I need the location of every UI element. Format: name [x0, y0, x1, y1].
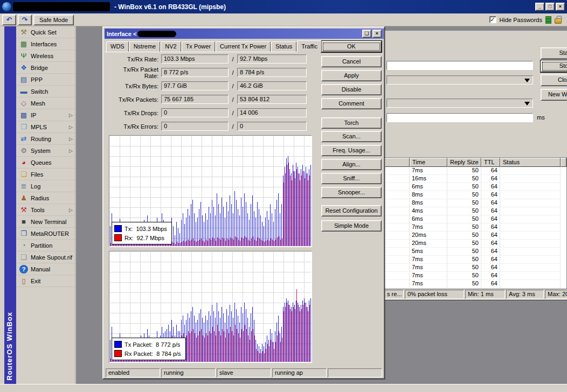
sidebar-item-bridge[interactable]: ❖Bridge: [16, 62, 75, 74]
table-row[interactable]: 6ms5064: [385, 183, 566, 191]
mdi-workspace: ms StartStopCloseNew Window TimeReply Si…: [76, 26, 567, 384]
rx-bar: [232, 239, 232, 246]
sidebar-item-exit[interactable]: ▯Exit: [16, 275, 75, 287]
ping-interface-combobox[interactable]: [386, 75, 533, 85]
tab-nstreme[interactable]: Nstreme: [129, 41, 161, 52]
comment-button[interactable]: Comment: [321, 98, 382, 109]
table-row[interactable]: 20ms5064: [385, 232, 566, 240]
table-cell: 20ms: [410, 232, 447, 240]
sidebar-item-ip[interactable]: ▩IP▷: [16, 109, 75, 121]
freq-usage--button[interactable]: Freq. Usage...: [321, 145, 382, 156]
sidebar-item-make-supout-rif[interactable]: ❑Make Supout.rif: [16, 251, 75, 263]
table-row[interactable]: 7ms5064: [385, 256, 566, 264]
cancel-button[interactable]: Cancel: [321, 56, 382, 67]
mesh-icon: ◇: [19, 99, 28, 108]
torch-button[interactable]: Torch: [321, 117, 382, 129]
sidebar-item-routing[interactable]: ⇄Routing▷: [16, 133, 75, 145]
chevron-down-icon[interactable]: [524, 102, 530, 108]
align--button[interactable]: Align...: [321, 159, 382, 170]
minimize-button[interactable]: _: [535, 3, 544, 11]
sidebar-item-log[interactable]: ≣Log: [16, 180, 75, 192]
table-cell: [500, 248, 561, 256]
close-button[interactable]: ×: [556, 3, 565, 11]
table-row[interactable]: 16ms5064: [385, 175, 566, 183]
sidebar-item-queues[interactable]: ◕Queues: [16, 157, 75, 169]
column-header-reply-size[interactable]: Reply Size: [447, 158, 481, 167]
hide-passwords-checkbox[interactable]: ✓: [489, 16, 496, 23]
tab-status[interactable]: Status: [271, 41, 296, 52]
ok-button[interactable]: OK: [321, 41, 382, 52]
tab-nv2[interactable]: NV2: [161, 41, 181, 52]
maximize-button[interactable]: □: [545, 3, 555, 11]
rx-bar: [301, 176, 302, 246]
sidebar-item-manual[interactable]: ?Manual: [16, 263, 75, 275]
table-row[interactable]: 4ms5064: [385, 207, 566, 215]
table-cell: [500, 191, 561, 199]
stop-button[interactable]: Stop: [541, 60, 567, 72]
sidebar-item-mesh[interactable]: ◇Mesh: [16, 97, 75, 109]
ip-icon: ▩: [19, 111, 28, 120]
sidebar-item-metarouter[interactable]: ❐MetaROUTER: [16, 228, 75, 240]
field-rx-value: 53 804 812: [237, 95, 307, 104]
sidebar-item-mpls[interactable]: ❒MPLS▷: [16, 121, 75, 133]
safe-mode-button[interactable]: Safe Mode: [33, 15, 74, 25]
redo-button[interactable]: ↷: [18, 15, 32, 25]
sidebar-item-new-terminal[interactable]: ■New Terminal: [16, 216, 75, 228]
start-button[interactable]: Start: [541, 47, 567, 59]
dialog-restore-button[interactable]: ❏: [362, 30, 371, 38]
snooper--button[interactable]: Snooper...: [321, 187, 382, 198]
ping-interval-input[interactable]: [386, 113, 533, 122]
sidebar-item-system[interactable]: ⚙System▷: [16, 145, 75, 157]
sidebar-item-label: System: [31, 148, 51, 154]
tab-traffic[interactable]: Traffic: [297, 40, 322, 52]
undo-button[interactable]: ↶: [2, 15, 16, 25]
column-header-ttl[interactable]: TTL: [481, 158, 500, 167]
sidebar-item-files[interactable]: ❏Files: [16, 169, 75, 180]
rx-bar: [261, 240, 261, 246]
rx-bar: [293, 171, 294, 246]
table-row[interactable]: 7ms5064: [385, 272, 566, 280]
dialog-close-button[interactable]: ×: [372, 30, 382, 38]
sidebar-item-switch[interactable]: ▬Switch: [16, 86, 75, 97]
tab-wds[interactable]: WDS: [106, 41, 129, 52]
table-cell: 64: [481, 280, 500, 288]
tab-tx-power[interactable]: Tx Power: [182, 41, 215, 52]
table-row[interactable]: 5ms5064: [385, 248, 566, 256]
sniff--button[interactable]: Sniff...: [321, 173, 382, 184]
reset-configuration-button[interactable]: Reset Configuration: [321, 205, 382, 216]
table-cell: 6ms: [410, 215, 447, 223]
column-header-time[interactable]: Time: [410, 158, 447, 167]
field-label: Tx/Rx Packet Rate:: [108, 66, 161, 79]
table-row[interactable]: 20ms5064: [385, 240, 566, 248]
close-button[interactable]: Close: [541, 74, 567, 86]
column-header-status[interactable]: Status: [500, 158, 561, 167]
chevron-down-icon[interactable]: [524, 79, 530, 85]
rx-bar: [219, 331, 219, 362]
sidebar-item-label: Partition: [31, 242, 52, 249]
table-row[interactable]: 7ms5064: [385, 223, 566, 232]
ping-arp-combobox[interactable]: [386, 99, 533, 108]
legend-label: Rx Packet: 8 784 p/s: [125, 351, 181, 357]
table-row[interactable]: 7ms5064: [385, 280, 566, 288]
sidebar-item-interfaces[interactable]: ▦Interfaces: [16, 38, 75, 50]
table-row[interactable]: 6ms5064: [385, 215, 566, 223]
sidebar-item-ppp[interactable]: ▤PPP: [16, 74, 75, 86]
disable-button[interactable]: Disable: [321, 84, 382, 95]
sidebar-item-wireless[interactable]: ΨWireless: [16, 50, 75, 62]
tab-current-tx-power[interactable]: Current Tx Power: [216, 41, 271, 52]
scan--button[interactable]: Scan...: [321, 131, 382, 142]
simple-mode-button[interactable]: Simple Mode: [321, 220, 382, 232]
table-row[interactable]: 7ms5064: [385, 264, 566, 272]
sidebar-item-partition[interactable]: ◔Partition: [16, 240, 75, 251]
new-window-button[interactable]: New Window: [541, 89, 567, 101]
sidebar-item-tools[interactable]: ⚒Tools▷: [16, 204, 75, 216]
table-row[interactable]: 8ms5064: [385, 199, 566, 207]
switch-icon: ▬: [19, 87, 28, 96]
table-row[interactable]: 7ms5064: [385, 167, 566, 175]
sidebar-item-quick-set[interactable]: ⚒Quick Set: [16, 26, 75, 38]
ping-address-input[interactable]: [386, 61, 533, 70]
apply-button[interactable]: Apply: [321, 70, 382, 81]
table-row[interactable]: 8ms5064: [385, 191, 566, 199]
column-header-blank[interactable]: [385, 158, 410, 167]
sidebar-item-radius[interactable]: ♟Radius: [16, 192, 75, 204]
